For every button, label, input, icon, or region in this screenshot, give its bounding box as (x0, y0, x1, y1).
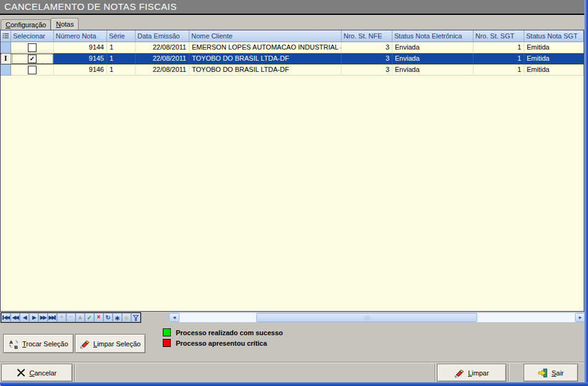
selecionar-cell[interactable] (11, 42, 54, 53)
table-row[interactable]: 9144 1 22/08/2011 EMERSON LOPES AUTOMACA… (1, 42, 584, 53)
checkbox[interactable] (28, 43, 37, 52)
footer-divider (508, 364, 509, 382)
status-nota-eletronica-cell: Enviada (392, 53, 473, 64)
column-header-nro-st-nfe[interactable]: Nro. St. NFE (342, 30, 392, 42)
nome-cliente-cell: EMERSON LOPES AUTOMACAO INDUSTRIAL - ME (189, 42, 342, 53)
db-navigator: ◀◀ ◀◀ ◀ ▶ ▶▶ ▶▶ + − ▲ ✓ × ↻ ∗ ∗ (1, 312, 141, 323)
nav-next-page-button[interactable]: ▶▶ (38, 313, 48, 322)
svg-text:A: A (9, 340, 13, 345)
eraser-icon (80, 339, 90, 349)
eraser-icon (454, 368, 464, 378)
cancelar-button[interactable]: Cancelar (1, 364, 72, 382)
filter-funnel-icon (132, 315, 139, 321)
nav-edit-button: ▲ (76, 313, 85, 322)
nav-first-button[interactable]: ◀◀ (1, 313, 11, 322)
selecionar-cell[interactable] (11, 64, 54, 76)
column-header-status-nota-eletronica[interactable]: Status Nota Eletrônica (392, 30, 473, 42)
window-border-right (584, 0, 588, 386)
serie-cell: 1 (107, 64, 136, 76)
column-header-serie[interactable]: Série (107, 30, 136, 42)
nome-cliente-cell: TOYOBO DO BRASIL LTDA-DF (189, 64, 342, 76)
nav-delete-button: − (66, 313, 76, 322)
numero-nota-cell: 9144 (54, 42, 107, 53)
nav-insert-button: + (57, 313, 66, 322)
legend-success-swatch (163, 328, 171, 336)
legend-success-label: Processo realizado com sucesso (176, 329, 283, 336)
serie-cell: 1 (107, 42, 136, 53)
footer-divider (74, 364, 76, 382)
nro-st-sgt-cell: 1 (473, 42, 524, 53)
cancel-x-icon (17, 369, 25, 377)
table-row[interactable]: 9146 1 22/08/2011 TOYOBO DO BRASIL LTDA-… (1, 64, 584, 76)
status-nota-sgt-cell: Emitida (524, 64, 584, 76)
scrollbar-thumb[interactable] (256, 313, 477, 322)
grid-corner-cell (1, 30, 11, 42)
data-emissao-cell: 22/08/2011 (136, 53, 189, 64)
limpar-button[interactable]: Limpar (437, 364, 506, 382)
nav-refresh-button[interactable]: ↻ (103, 313, 113, 322)
nav-last-button[interactable]: ▶▶ (48, 313, 57, 322)
svg-text:B: B (14, 344, 18, 349)
row-indicator-current: I (1, 53, 11, 64)
legend-error-label: Processo apresentou crítica (176, 340, 267, 347)
data-emissao-cell: 22/08/2011 (136, 42, 189, 53)
column-header-nome-cliente[interactable]: Nome Cliente (189, 30, 342, 42)
trocar-selecao-button[interactable]: A B Trocar Seleção (3, 334, 74, 353)
tab-configuracao[interactable]: Configuração (1, 19, 51, 30)
legend-success-item: Processo realizado com sucesso (163, 328, 283, 337)
data-emissao-cell: 22/08/2011 (136, 64, 189, 76)
tab-notas[interactable]: Notas (51, 18, 79, 30)
exit-door-icon (538, 368, 548, 378)
serie-cell: 1 (107, 53, 136, 64)
column-header-status-nota-sgt[interactable]: Status Nota SGT (524, 30, 584, 42)
nro-st-nfe-cell: 3 (342, 64, 392, 76)
column-header-selecionar[interactable]: Selecionar (11, 30, 54, 42)
grid-header-row: Selecionar △ Número Nota Série Data Emis… (1, 30, 584, 42)
nro-st-sgt-cell: 1 (473, 64, 524, 76)
row-indicator (1, 42, 11, 53)
numero-nota-cell: 9145 (54, 53, 107, 64)
nav-post-button[interactable]: ✓ (85, 313, 94, 322)
status-nota-eletronica-cell: Enviada (392, 42, 473, 53)
nome-cliente-cell: TOYOBO DO BRASIL LTDA-DF (189, 53, 342, 64)
numero-nota-cell: 9146 (54, 64, 107, 76)
status-legend: Processo realizado com sucesso Processo … (163, 328, 283, 349)
checkbox-checked[interactable]: ✓ (28, 55, 37, 63)
checkbox[interactable] (28, 66, 37, 74)
tab-strip: Configuração Notas (1, 18, 79, 30)
nav-cancel-button[interactable]: × (94, 313, 103, 322)
row-list-icon (2, 33, 9, 39)
page-title: CANCELAMENTO DE NOTAS FISCAIS (0, 0, 584, 14)
scroll-left-arrow[interactable]: ◂ (169, 313, 179, 322)
horizontal-scrollbar[interactable]: ◂ ▸ (168, 312, 586, 323)
legend-error-item: Processo apresentou crítica (163, 338, 283, 348)
nav-next-button[interactable]: ▶ (29, 313, 38, 322)
column-header-nro-st-sgt[interactable]: Nro. St. SGT (473, 30, 524, 42)
nro-st-sgt-cell: 1 (473, 53, 524, 64)
notas-grid: Selecionar △ Número Nota Série Data Emis… (0, 30, 584, 312)
nro-st-nfe-cell: 3 (342, 42, 392, 53)
last-bar-icon (54, 315, 56, 320)
swap-ab-icon: A B (9, 339, 19, 349)
nav-prior-page-button[interactable]: ◀◀ (11, 313, 20, 322)
nav-filter-button[interactable] (131, 313, 141, 322)
sort-ascending-icon: △ (101, 31, 105, 42)
nav-bookmark-button[interactable]: ∗ (113, 313, 122, 322)
nav-prior-button[interactable]: ◀ (20, 313, 29, 322)
legend-error-swatch (163, 339, 171, 347)
title-divider (0, 14, 584, 15)
row-indicator (1, 64, 11, 76)
column-header-data-emissao[interactable]: Data Emissão (136, 30, 189, 42)
footer-divider (435, 364, 436, 382)
column-header-numero-nota[interactable]: △ Número Nota (54, 30, 107, 42)
nro-st-nfe-cell: 3 (342, 53, 392, 64)
status-nota-sgt-cell: Emitida (524, 53, 584, 64)
status-nota-eletronica-cell: Enviada (392, 64, 473, 76)
sair-button[interactable]: Sair (524, 364, 578, 382)
status-nota-sgt-cell: Emitida (524, 42, 584, 53)
nav-goto-bookmark-button: ∗ (122, 313, 131, 322)
table-row-selected[interactable]: I ✓ 9145 1 22/08/2011 TOYOBO DO BRASIL L… (1, 53, 584, 64)
selecionar-cell[interactable]: ✓ (11, 53, 54, 64)
window-border-bottom (0, 382, 588, 386)
limpar-selecao-button[interactable]: Limpar Seleção (75, 334, 145, 353)
